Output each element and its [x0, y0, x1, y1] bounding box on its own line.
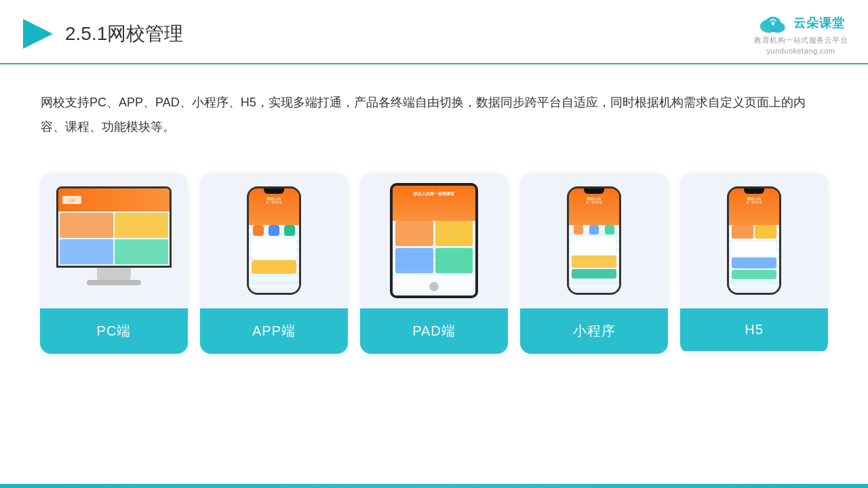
phone-screen-mini: 职达人的 第一堂网课堂 — [569, 188, 619, 293]
title-number: 2.5.1 — [65, 23, 107, 44]
phone-mockup-mini: 职达人的 第一堂网课堂 — [567, 186, 621, 295]
card-pc: 云朵 PC端 — [40, 173, 188, 354]
description-paragraph: 网校支持PC、APP、PAD、小程序、H5，实现多端打通，产品各终端自由切换，数… — [41, 90, 827, 139]
tablet-mockup: 职达人的第一堂网课堂 — [390, 183, 478, 298]
svg-marker-0 — [23, 19, 53, 49]
card-pc-image: 云朵 — [40, 173, 188, 308]
play-icon — [20, 16, 56, 52]
monitor-stand — [97, 268, 131, 280]
card-h5: 职达人的 第一堂网课堂 H5 — [680, 173, 828, 354]
page-title: 2.5.1网校管理 — [65, 21, 183, 47]
phone-notch-h5 — [744, 188, 764, 194]
card-app-image: 职达人的 第一堂网课堂 — [200, 173, 348, 308]
phone-screen-h5: 职达人的 第一堂网课堂 — [729, 188, 779, 293]
bottom-bar — [0, 484, 868, 488]
tablet-screen: 职达人的第一堂网课堂 — [393, 186, 475, 296]
card-pad: 职达人的第一堂网课堂 — [360, 173, 508, 354]
description-text: 网校支持PC、APP、PAD、小程序、H5，实现多端打通，产品各终端自由切换，数… — [0, 64, 868, 152]
logo-area: 云朵课堂 教育机构一站式服务云平台 yunduoketang.com — [754, 12, 848, 55]
phone-notch-mini — [584, 188, 604, 194]
phone-mockup-h5: 职达人的 第一堂网课堂 — [727, 186, 781, 295]
logo-sub: 教育机构一站式服务云平台 — [754, 35, 848, 45]
card-app: 职达人的 第一堂网课堂 APP端 — [200, 173, 348, 354]
card-pc-label: PC端 — [40, 308, 188, 354]
card-h5-label: H5 — [680, 308, 828, 351]
logo-text: 云朵课堂 — [793, 15, 845, 31]
svg-point-4 — [762, 19, 773, 28]
card-mini-label: 小程序 — [520, 308, 668, 354]
monitor-screen: 云朵 — [56, 186, 172, 268]
card-pad-label: PAD端 — [360, 308, 508, 354]
card-app-label: APP端 — [200, 308, 348, 354]
phone-mockup-app: 职达人的 第一堂网课堂 — [247, 186, 301, 295]
monitor-screen-inner: 云朵 — [58, 188, 170, 266]
cards-area: 云朵 PC端 — [0, 159, 868, 354]
monitor-base — [87, 280, 141, 285]
header-left: 2.5.1网校管理 — [20, 16, 183, 52]
phone-screen-app: 职达人的 第一堂网课堂 — [249, 188, 299, 293]
page-header: 2.5.1网校管理 云朵课堂 教育机构一站式服务云平台 yunduoketang… — [0, 0, 868, 64]
title-text: 网校管理 — [107, 23, 183, 44]
pc-monitor: 云朵 — [56, 186, 172, 295]
svg-point-5 — [772, 23, 774, 25]
cloud-icon — [757, 12, 789, 34]
logo-url: yunduoketang.com — [767, 47, 835, 55]
card-mini-image: 职达人的 第一堂网课堂 — [520, 173, 668, 308]
card-h5-image: 职达人的 第一堂网课堂 — [680, 173, 828, 308]
phone-notch-app — [264, 188, 284, 194]
card-pad-image: 职达人的第一堂网课堂 — [360, 173, 508, 308]
logo-cloud: 云朵课堂 — [757, 12, 845, 34]
card-mini: 职达人的 第一堂网课堂 小程序 — [520, 173, 668, 354]
